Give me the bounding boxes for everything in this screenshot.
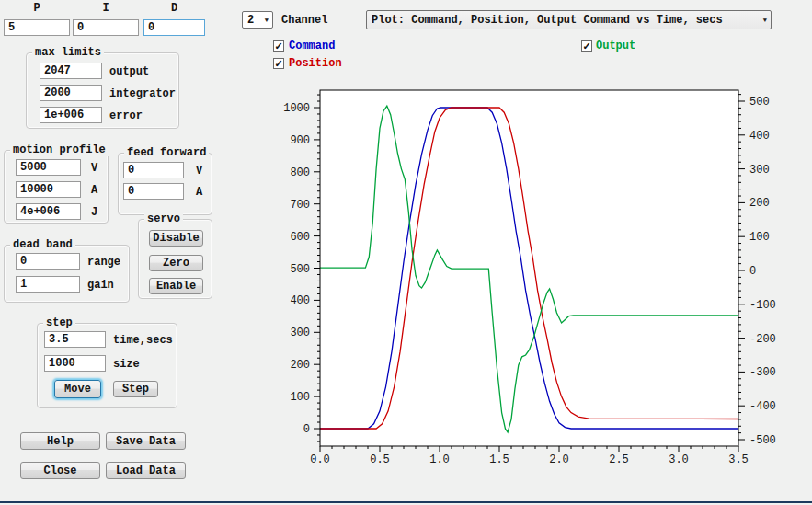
dead-band-title: dead band	[10, 238, 75, 251]
checkmark-icon: ✓	[582, 40, 590, 52]
svg-text:0: 0	[749, 265, 756, 278]
window-bottom-border	[0, 501, 812, 503]
plot-canvas: 0.00.51.01.52.02.53.03.50100200300400500…	[276, 81, 791, 478]
max-integrator-field[interactable]: 2000	[40, 85, 102, 101]
channel-combobox[interactable]: 2 ▼	[242, 11, 273, 29]
svg-text:200: 200	[749, 197, 770, 210]
svg-text:0: 0	[303, 423, 310, 436]
motion-v-label: V	[91, 162, 97, 175]
feed-forward-title: feed forward	[124, 146, 209, 159]
save-data-button[interactable]: Save Data	[106, 432, 186, 450]
ff-v-field[interactable]: 0	[123, 162, 184, 178]
svg-text:2.0: 2.0	[549, 453, 569, 466]
step-time-field[interactable]: 3.5	[44, 331, 106, 348]
move-button[interactable]: Move	[54, 380, 101, 398]
pid-p-label: P	[4, 2, 70, 15]
motion-profile-group: motion profile 5000 V 10000 A 4e+006 J	[4, 150, 109, 224]
svg-text:1000: 1000	[283, 102, 310, 115]
feed-forward-group: feed forward 0 V 0 A	[118, 153, 212, 215]
step-size-field[interactable]: 1000	[44, 355, 106, 372]
svg-text:800: 800	[290, 166, 310, 179]
svg-text:600: 600	[290, 231, 310, 244]
pid-p-field[interactable]: 5	[4, 19, 70, 36]
motion-j-field[interactable]: 4e+006	[16, 203, 81, 220]
servo-enable-button[interactable]: Enable	[149, 278, 203, 294]
svg-text:-100: -100	[749, 299, 776, 312]
svg-text:500: 500	[749, 96, 770, 109]
svg-text:500: 500	[290, 263, 310, 276]
step-time-label: time,secs	[113, 334, 173, 347]
motion-a-field[interactable]: 10000	[16, 181, 81, 198]
checkmark-icon: ✓	[274, 40, 282, 52]
deadband-gain-label: gain	[87, 279, 114, 292]
max-output-label: output	[109, 65, 149, 78]
svg-text:100: 100	[749, 231, 770, 244]
ff-a-label: A	[196, 186, 202, 199]
servo-title: servo	[144, 212, 183, 225]
max-limits-group: max limits 2047 output 2000 integrator 1…	[26, 52, 179, 129]
step-group: step 3.5 time,secs 1000 size Move Step	[37, 323, 177, 408]
help-button[interactable]: Help	[20, 432, 100, 450]
svg-text:900: 900	[290, 134, 310, 147]
channel-label: Channel	[281, 14, 327, 27]
svg-text:3.5: 3.5	[728, 453, 749, 466]
pid-d-label: D	[143, 2, 205, 15]
ff-a-field[interactable]: 0	[123, 183, 184, 200]
plot-selector-combobox[interactable]: Plot: Command, Position, Output Command …	[366, 10, 772, 29]
deadband-gain-field[interactable]: 1	[16, 276, 80, 293]
svg-text:1.5: 1.5	[489, 453, 509, 466]
svg-text:300: 300	[749, 164, 770, 177]
output-checkbox[interactable]: ✓	[581, 40, 592, 52]
chevron-down-icon: ▼	[261, 17, 272, 24]
command-checkbox-label: Command	[289, 40, 335, 52]
svg-text:400: 400	[749, 130, 770, 143]
svg-text:-200: -200	[749, 333, 776, 346]
svg-text:0.5: 0.5	[370, 453, 390, 466]
servo-zero-button[interactable]: Zero	[149, 255, 203, 271]
channel-value: 2	[243, 14, 261, 27]
step-size-label: size	[113, 358, 140, 371]
svg-text:0.0: 0.0	[310, 453, 330, 466]
svg-text:-400: -400	[749, 400, 776, 413]
output-checkbox-label: Output	[596, 40, 635, 52]
load-data-button[interactable]: Load Data	[106, 462, 186, 479]
plot-selector-value: Plot: Command, Position, Output Command …	[367, 14, 760, 27]
close-button[interactable]: Close	[20, 462, 100, 479]
motion-v-field[interactable]: 5000	[16, 159, 81, 176]
svg-text:3.0: 3.0	[669, 453, 689, 466]
plot-svg: 0.00.51.01.52.02.53.03.50100200300400500…	[276, 81, 791, 478]
svg-text:1.0: 1.0	[429, 453, 450, 466]
command-checkbox[interactable]: ✓	[273, 40, 284, 52]
dead-band-group: dead band 0 range 1 gain	[4, 245, 130, 303]
servo-tuning-window: P I D 5 0 0 max limits 2047 output 2000 …	[0, 0, 812, 505]
motion-a-label: A	[91, 184, 97, 197]
position-checkbox-label: Position	[289, 57, 342, 70]
step-title: step	[43, 316, 75, 329]
svg-text:-300: -300	[749, 366, 776, 379]
motion-j-label: J	[91, 206, 97, 219]
pid-i-field[interactable]: 0	[73, 19, 139, 36]
pid-i-label: I	[73, 2, 139, 15]
ff-v-label: V	[196, 165, 202, 178]
servo-group: servo Disable Zero Enable	[138, 219, 212, 299]
deadband-range-label: range	[87, 256, 120, 269]
svg-text:400: 400	[290, 294, 310, 307]
pid-d-field[interactable]: 0	[143, 19, 205, 36]
max-output-field[interactable]: 2047	[40, 63, 102, 79]
position-checkbox[interactable]: ✓	[273, 58, 284, 69]
svg-text:700: 700	[290, 199, 310, 212]
step-button[interactable]: Step	[113, 381, 158, 397]
svg-text:200: 200	[290, 359, 310, 372]
max-error-field[interactable]: 1e+006	[40, 107, 102, 123]
servo-disable-button[interactable]: Disable	[149, 230, 203, 247]
svg-text:-500: -500	[749, 434, 776, 447]
deadband-range-field[interactable]: 0	[16, 253, 80, 270]
svg-text:2.5: 2.5	[609, 453, 629, 466]
motion-profile-title: motion profile	[10, 143, 109, 156]
max-error-label: error	[109, 109, 143, 122]
checkmark-icon: ✓	[274, 58, 282, 69]
svg-text:100: 100	[290, 391, 310, 404]
max-integrator-label: integrator	[109, 87, 176, 100]
max-limits-title: max limits	[32, 46, 104, 59]
chevron-down-icon: ▼	[760, 17, 771, 24]
